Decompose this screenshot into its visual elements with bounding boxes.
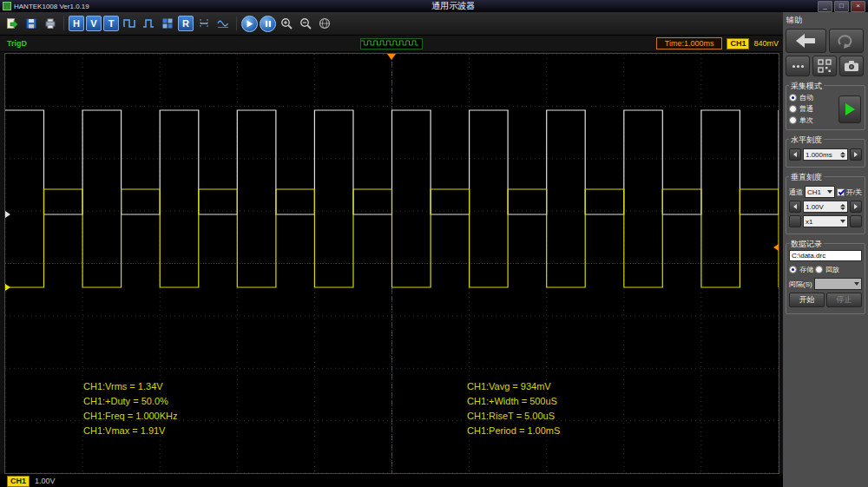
radio-dot-icon [815,266,823,273]
radio-playback[interactable]: 回放 [815,264,839,275]
probe-decrease-button[interactable] [789,215,801,227]
spinner-icon [840,204,845,210]
dropdown-arrow-icon [827,190,832,194]
more-options-button[interactable] [786,56,810,76]
zoom-in-icon [280,17,293,30]
channel-value: CH1 [807,188,826,196]
save-button[interactable] [23,15,40,32]
dropdown-arrow-icon [840,220,845,223]
right-arrow-icon [854,204,858,209]
radio-single-label: 单次 [799,115,813,125]
trigger-level-marker[interactable] [773,244,779,251]
screenshot-button[interactable] [839,56,864,76]
radio-store[interactable]: 存储 [789,264,813,275]
radio-store-label: 存储 [799,265,813,274]
probe-increase-button[interactable] [850,215,862,227]
green-play-icon [845,103,855,115]
preview-waveform-canvas [361,39,418,47]
onoff-label: 开/关 [846,188,862,197]
probe-value: x1 [806,218,839,226]
open-button[interactable] [3,15,21,32]
start-acquisition-button[interactable] [241,16,258,32]
play-icon [246,20,253,28]
dropdown-arrow-icon [854,282,859,286]
measurement-line: CH1:+Width = 500uS [467,394,560,409]
timebase-value: 1.000ms [806,151,839,159]
radio-dot-icon [789,116,797,124]
redo-button[interactable] [829,29,864,53]
status-strip: TrigD Time:1.000ms CH1 840mV [0,36,783,52]
auto-set-button[interactable] [121,15,138,32]
print-icon [44,17,56,30]
waveform-preview[interactable] [360,38,423,49]
cursor-measure-button[interactable] [195,15,213,32]
titlebar: HANTEK1008 Ver1.0.19 通用示波器 _ □ × [0,0,868,12]
trigger-position-marker[interactable] [387,54,396,60]
horizontal-scale-title: 水平刻度 [789,135,824,146]
channel-enable-checkbox[interactable] [837,188,845,196]
volts-combo[interactable]: 1.00V [803,201,848,213]
back-button[interactable] [786,29,826,53]
record-path-input[interactable] [789,250,862,261]
acquire-mode-title: 采集模式 [789,81,824,92]
volts-decrease-button[interactable] [789,201,801,213]
minimize-button[interactable]: _ [818,1,832,12]
trigger-menu-button[interactable]: T [103,16,119,31]
display-mode-button[interactable] [214,15,232,32]
bottom-volts-readout: 1.00V [35,477,56,485]
interval-combo[interactable] [814,278,862,290]
language-button[interactable] [316,15,333,32]
qr-code-button[interactable] [812,56,837,76]
measurement-line: CH1:Period = 1.00mS [467,424,560,438]
record-menu-button[interactable]: R [178,16,194,31]
white-channel-marker[interactable] [5,211,10,218]
channel-grid-button[interactable] [159,15,176,32]
record-start-button[interactable]: 开始 [789,293,825,307]
volts-value: 1.00V [806,203,839,211]
horizontal-menu-button[interactable]: H [69,16,84,31]
probe-combo[interactable]: x1 [803,215,848,227]
scope-display[interactable]: CH1:Vrms = 1.34V CH1:+Duty = 50.0% CH1:F… [4,53,779,474]
waveform-mode-button[interactable] [140,15,157,32]
measurement-line: CH1:Vavg = 934mV [467,379,560,394]
right-arrow-icon [854,152,858,157]
data-record-title: 数据记录 [789,239,824,250]
window-title: HANTEK1008 Ver1.0.19 [14,3,89,10]
vertical-scale-group: 垂直刻度 通道 CH1 开/关 1.00V x1 [786,176,865,234]
interval-label: 间隔(S) [789,280,812,289]
sidebar-panel: 辅助 采集模式 自动 普通 单次 水平刻度 [783,12,868,487]
timebase-readout: Time:1.000ms [656,37,723,49]
left-arrow-icon [793,152,797,157]
volts-increase-button[interactable] [850,201,862,213]
data-record-group: 数据记录 存储 回放 间隔(S) 开始 停止 [786,243,865,314]
ellipsis-icon [792,65,795,68]
ch1-channel-marker[interactable] [5,284,10,291]
print-button[interactable] [42,15,59,32]
toolbar: H V T R [0,12,783,36]
record-stop-button[interactable]: 停止 [826,293,862,307]
close-button[interactable]: × [851,1,865,12]
pause-acquisition-button[interactable] [260,16,276,32]
acquire-mode-group: 采集模式 自动 普通 单次 [786,85,865,130]
maximize-button[interactable]: □ [834,1,849,12]
bottom-channel-badge[interactable]: CH1 [7,476,30,487]
run-button[interactable] [838,95,861,123]
zoom-out-button[interactable] [297,15,314,32]
timebase-increase-button[interactable] [850,148,862,161]
spinner-icon [840,152,845,158]
back-arrow-icon [793,32,819,49]
timebase-decrease-button[interactable] [789,148,801,161]
channel-badge: CH1 [727,38,749,49]
vertical-menu-button[interactable]: V [86,16,102,31]
zoom-out-icon [299,17,312,30]
radio-normal-label: 普通 [799,104,813,114]
measurement-line: CH1:+Duty = 50.0% [83,394,178,409]
channel-combo[interactable]: CH1 [805,186,835,198]
sine-wave-icon [217,17,229,30]
radio-dot-icon [789,266,797,273]
timebase-combo[interactable]: 1.000ms [803,148,848,161]
channel-voltage-readout: 840mV [753,39,779,48]
trigger-status: TrigD [7,39,27,48]
zoom-in-button[interactable] [278,15,295,32]
left-arrow-icon [793,204,797,209]
